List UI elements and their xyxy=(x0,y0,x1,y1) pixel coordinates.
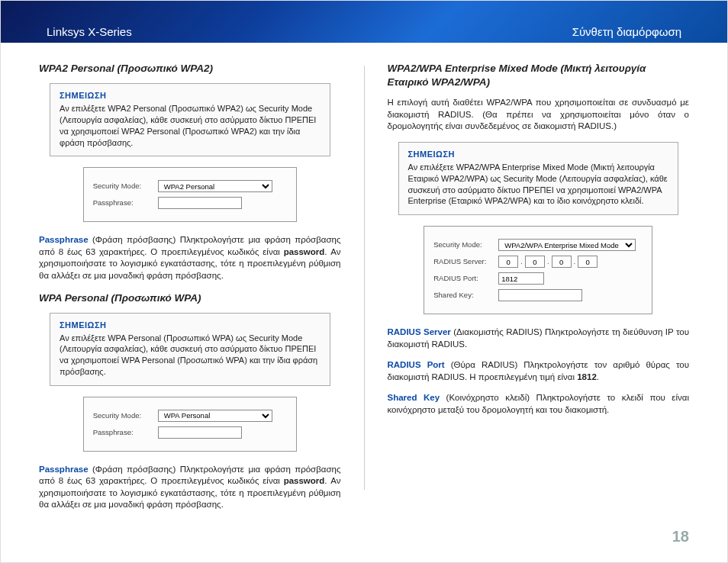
column-divider xyxy=(364,66,365,490)
note-title: ΣΗΜΕΙΩΣΗ xyxy=(60,320,321,331)
select-security-mode[interactable]: WPA2 Personal xyxy=(158,180,272,192)
note-text: Αν επιλέξετε WPA Personal (Προσωπικό WPA… xyxy=(60,333,321,378)
panel-enterprise: Security Mode: WPA2/WPA Enterprise Mixed… xyxy=(424,226,652,314)
input-shared-key[interactable] xyxy=(498,289,582,301)
para-shared-key: Shared Key (Κοινόχρηστο κλειδί) Πληκτρολ… xyxy=(388,392,690,416)
heading-wpa2-personal: WPA2 Personal (Προσωπικό WPA2) xyxy=(39,62,341,76)
note-wpa2-personal: ΣΗΜΕΙΩΣΗ Αν επιλέξετε WPA2 Personal (Προ… xyxy=(50,83,330,156)
para-radius-port: RADIUS Port (Θύρα RADIUS) Πληκτρολογήστε… xyxy=(388,359,690,383)
input-ip-2[interactable] xyxy=(525,256,545,268)
label-radius-server: RADIUS Server: xyxy=(433,257,498,267)
term-radius-server: RADIUS Server xyxy=(388,327,451,336)
note-text: Αν επιλέξετε WPA2/WPA Enterprise Mixed M… xyxy=(408,162,669,207)
label-security-mode: Security Mode: xyxy=(433,240,498,250)
label-passphrase: Passphrase: xyxy=(93,428,158,438)
input-passphrase[interactable] xyxy=(158,426,242,439)
note-enterprise: ΣΗΜΕΙΩΣΗ Αν επιλέξετε WPA2/WPA Enterpris… xyxy=(398,142,679,215)
note-text: Αν επιλέξετε WPA2 Personal (Προσωπικό WP… xyxy=(60,103,321,148)
note-title: ΣΗΜΕΙΩΣΗ xyxy=(60,90,321,101)
label-security-mode: Security Mode: xyxy=(93,182,158,191)
panel-wpa2-personal: Security Mode: WPA2 Personal Passphrase: xyxy=(83,167,297,222)
panel-wpa-personal: Security Mode: WPA Personal Passphrase: xyxy=(83,397,297,452)
label-radius-port: RADIUS Port: xyxy=(433,274,498,284)
header-left: Linksys X-Series xyxy=(47,25,132,38)
input-ip-3[interactable] xyxy=(552,256,572,268)
select-security-mode[interactable]: WPA2/WPA Enterprise Mixed Mode xyxy=(498,239,636,251)
page-body: WPA2 Personal (Προσωπικό WPA2) ΣΗΜΕΙΩΣΗ … xyxy=(1,43,727,520)
heading-wpa2-wpa-enterprise: WPA2/WPA Enterprise Mixed Mode (Μικτή λε… xyxy=(388,62,690,89)
input-ip-4[interactable] xyxy=(578,256,598,268)
note-wpa-personal: ΣΗΜΕΙΩΣΗ Αν επιλέξετε WPA Personal (Προσ… xyxy=(50,313,330,386)
right-column: WPA2/WPA Enterprise Mixed Mode (Μικτή λε… xyxy=(388,62,690,520)
note-title: ΣΗΜΕΙΩΣΗ xyxy=(408,149,669,160)
left-column: WPA2 Personal (Προσωπικό WPA2) ΣΗΜΕΙΩΣΗ … xyxy=(39,62,341,520)
header-right: Σύνθετη διαμόρφωση xyxy=(572,25,681,38)
para-intro-enterprise: Η επιλογή αυτή διαθέτει WPA2/WPA που χρη… xyxy=(388,97,690,133)
input-radius-port[interactable] xyxy=(498,272,544,285)
label-shared-key: Shared Key: xyxy=(433,291,498,301)
para-radius-server: RADIUS Server (Διακομιστής RADIUS) Πληκτ… xyxy=(388,327,690,350)
term-passphrase: Passphrase xyxy=(39,235,89,244)
para-passphrase-wpa2: Passphrase (Φράση πρόσβασης) Πληκτρολογή… xyxy=(39,234,341,282)
input-passphrase[interactable] xyxy=(158,197,242,209)
term-passphrase: Passphrase xyxy=(39,465,89,474)
label-security-mode: Security Mode: xyxy=(93,411,158,421)
para-passphrase-wpa: Passphrase (Φράση πρόσβασης) Πληκτρολογή… xyxy=(39,464,341,511)
page: Linksys X-Series Σύνθετη διαμόρφωση WPA2… xyxy=(0,0,728,563)
page-header: Linksys X-Series Σύνθετη διαμόρφωση xyxy=(1,1,727,43)
term-shared-key: Shared Key xyxy=(388,393,440,402)
input-ip-1[interactable] xyxy=(498,256,518,268)
heading-wpa-personal: WPA Personal (Προσωπικό WPA) xyxy=(39,291,341,305)
label-passphrase: Passphrase: xyxy=(93,198,158,208)
term-radius-port: RADIUS Port xyxy=(388,360,445,369)
page-number: 18 xyxy=(672,528,689,545)
select-security-mode[interactable]: WPA Personal xyxy=(158,410,272,422)
